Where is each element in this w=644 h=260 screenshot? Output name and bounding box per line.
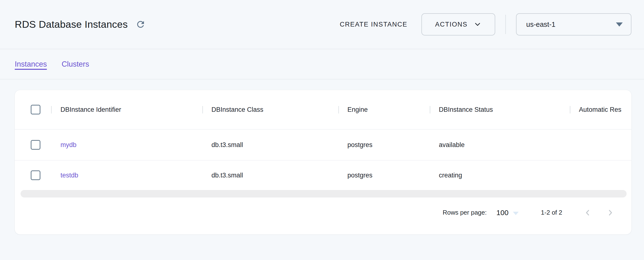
tabs-bar: Instances Clusters [0,49,644,79]
refresh-icon [136,19,146,29]
actions-button-label: ACTIONS [435,21,468,28]
actions-button[interactable]: ACTIONS [422,13,495,35]
page-title: RDS Database Instances [15,19,128,30]
column-header-dbinstance-identifier: DBInstance Identifier [51,106,202,114]
pagination-bar: Rows per page: 100 1-2 of 2 [15,197,632,233]
tab-instances[interactable]: Instances [15,60,47,69]
row-checkbox[interactable] [31,140,40,150]
column-header-automatic-restart: Automatic Res [570,106,632,114]
instances-table-card: DBInstance Identifier DBInstance Class E… [15,90,632,234]
chevron-down-icon [474,20,482,28]
toolbar-divider [506,15,506,34]
tab-clusters[interactable]: Clusters [62,60,89,69]
region-select-value: us-east-1 [526,20,556,28]
row-checkbox-cell [15,140,51,150]
select-caret-icon [513,212,519,215]
horizontal-scrollbar[interactable] [20,190,626,197]
table-row: testdb db.t3.small postgres creating [15,160,632,190]
column-header-engine: Engine [338,106,430,114]
rds-console-page: RDS Database Instances CREATE INSTANCE A… [0,0,644,260]
next-page-button[interactable] [606,208,615,217]
toolbar: CREATE INSTANCE ACTIONS us-east-1 [336,13,632,35]
instance-identifier-link[interactable]: mydb [51,141,202,149]
instance-identifier-link[interactable]: testdb [51,172,202,179]
previous-page-button[interactable] [583,208,592,217]
instance-status-cell: available [430,141,570,149]
instance-engine-cell: postgres [338,172,430,179]
dropdown-arrow-icon [616,22,623,26]
refresh-button[interactable] [134,18,146,30]
column-header-dbinstance-status: DBInstance Status [430,106,570,114]
rows-per-page-value: 100 [496,209,508,217]
chevron-right-icon [606,208,615,217]
instance-class-cell: db.t3.small [202,172,338,179]
header-checkbox-cell [15,105,51,115]
column-header-dbinstance-class: DBInstance Class [202,106,338,114]
instance-status-cell: creating [430,172,570,179]
rows-per-page-label: Rows per page: [443,209,487,216]
page-header: RDS Database Instances CREATE INSTANCE A… [0,0,644,49]
instance-class-cell: db.t3.small [202,141,338,149]
row-checkbox-cell [15,170,51,180]
table-header-row: DBInstance Identifier DBInstance Class E… [15,90,632,130]
table-row: mydb db.t3.small postgres available [15,130,632,160]
chevron-left-icon [583,208,592,217]
instance-engine-cell: postgres [338,141,430,149]
create-instance-button[interactable]: CREATE INSTANCE [336,18,411,31]
region-select[interactable]: us-east-1 [516,13,632,35]
rows-per-page-select[interactable]: 100 [496,209,519,217]
horizontal-scrollbar-thumb[interactable] [20,190,626,197]
select-all-checkbox[interactable] [31,105,40,115]
pagination-range: 1-2 of 2 [541,209,562,216]
row-checkbox[interactable] [31,170,40,180]
